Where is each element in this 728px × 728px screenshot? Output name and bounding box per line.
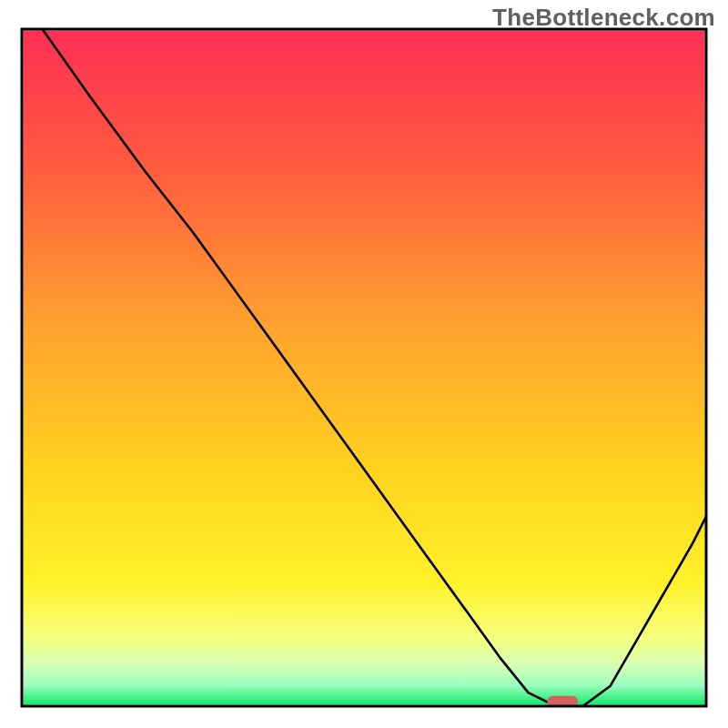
watermark-text: TheBottleneck.com — [492, 4, 715, 32]
chart-container: TheBottleneck.com — [0, 0, 728, 728]
gradient-background — [24, 31, 705, 705]
bottleneck-chart — [0, 0, 728, 728]
